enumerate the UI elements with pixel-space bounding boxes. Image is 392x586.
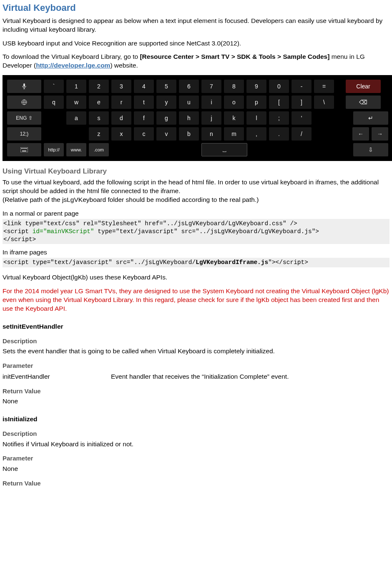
object-note: Virtual Keyboard Object(lgKb) uses these… [3, 273, 389, 282]
key-8: 8 [224, 80, 244, 93]
key-j: j [201, 111, 221, 125]
key-lang-shift: ENG ⇧ [7, 111, 41, 125]
intro-paragraph-1: Virtual Keyboard is designed to appear a… [3, 17, 389, 34]
intro-paragraph-3: To download the Virtual Keyboard Library… [3, 53, 389, 70]
key-backspace: ⌫ [346, 96, 381, 109]
code1-label: In a normal or parent page [3, 209, 389, 218]
key-d: d [111, 111, 131, 125]
isinitialized-param: None [3, 465, 389, 473]
key-o: o [224, 96, 244, 109]
key-z: z [89, 127, 109, 141]
code1-line3: </script> [3, 236, 36, 243]
key-www: www. [66, 143, 86, 156]
code1-line2a: <script [3, 228, 33, 235]
svg-rect-6 [25, 148, 26, 149]
key-t: t [134, 96, 154, 109]
param-name: initEventHandler [3, 372, 111, 381]
key-backslash: \ [314, 96, 334, 109]
key-6: 6 [179, 80, 199, 93]
key-x: x [111, 127, 131, 141]
key-1: 1 [66, 80, 86, 93]
key-w: w [66, 96, 86, 109]
key-i: i [201, 96, 221, 109]
intro-3-path: [Resource Center > Smart TV > SDK & Tool… [140, 53, 329, 60]
setinit-description: Sets the event handler that is going to … [3, 347, 389, 356]
code2-b: LgVKeyboardIframe.js [196, 259, 268, 266]
page-title: Virtual Keyboard [3, 2, 389, 14]
api-isinitialized-heading: isInitialized [3, 415, 389, 424]
key-b: b [179, 127, 199, 141]
key-h: h [179, 111, 199, 125]
key-backtick: ` [44, 80, 64, 93]
mic-icon [7, 80, 41, 93]
intro-3-suffix: ) website. [110, 62, 138, 69]
code1-line2c: type="text/javascript" src="../jsLgVKeyb… [94, 228, 319, 235]
isinitialized-description: Notifies if Virtual Keyboard is initiali… [3, 440, 389, 449]
key-period: . [269, 127, 289, 141]
key-4: 4 [134, 80, 154, 93]
parameter-label: Parameter [3, 454, 389, 463]
key-9: 9 [246, 80, 266, 93]
gap [337, 96, 343, 109]
key-0: 0 [269, 80, 289, 93]
key-r: r [111, 96, 131, 109]
key-k: k [224, 111, 244, 125]
svg-rect-4 [23, 148, 23, 149]
developer-link[interactable]: http://developer.lge.com [36, 62, 110, 69]
key-u: u [179, 96, 199, 109]
key-clear: Clear [346, 80, 381, 93]
using-p1-line1: To use the virtual keyboard, add the fol… [3, 179, 379, 194]
return-value-label: Return Value [3, 479, 389, 488]
key-m: m [224, 127, 244, 141]
using-paragraph: To use the virtual keyboard, add the fol… [3, 178, 389, 204]
code-block-normal-page: <link type="text/css" rel="Stylesheet" h… [3, 219, 389, 244]
svg-rect-5 [24, 148, 25, 149]
globe-icon [7, 96, 41, 109]
intro-paragraph-2: USB keyboard input and Voice Recognition… [3, 39, 389, 48]
key-3: 3 [111, 80, 131, 93]
key-g: g [156, 111, 176, 125]
code2-a: <script type="text/javascript" src="../j… [3, 259, 196, 266]
intro-3-prefix: To download the Virtual Keyboard Library… [3, 53, 140, 60]
key-http: http:// [44, 143, 64, 156]
key-bracket-open: [ [269, 96, 289, 109]
key-n: n [201, 127, 221, 141]
svg-rect-2 [20, 147, 28, 152]
key-y: y [156, 96, 176, 109]
using-library-heading: Using Virtual Keyboard Library [3, 167, 389, 176]
key-comma: , [246, 127, 266, 141]
gap [337, 80, 343, 93]
description-label: Description [3, 430, 389, 438]
param-desc: Event handler that receives the “Initial… [111, 372, 289, 381]
param-row: initEventHandler Event handler that rece… [3, 372, 389, 381]
red-warning-note: For the 2014 model year LG Smart TVs, th… [3, 287, 389, 313]
code2-label: In iframe pages [3, 248, 389, 257]
key-equals: = [314, 80, 334, 93]
svg-rect-3 [21, 148, 22, 149]
key-a: a [66, 111, 86, 125]
key-slash: / [291, 127, 312, 141]
code1-line2b: id="mainVKScript" [33, 228, 94, 235]
key-l: l [246, 111, 266, 125]
description-label: Description [3, 337, 389, 345]
key-space: ⎵ [201, 143, 247, 156]
svg-rect-8 [22, 151, 26, 151]
key-arrow-left: ← [352, 127, 369, 141]
key-symbols: 12;) [7, 127, 41, 141]
api-setiniteventhandler-heading: setInitEventHandler [3, 322, 389, 331]
keyboard-icon [7, 143, 41, 156]
code-block-iframe: <script type="text/javascript" src="../j… [3, 258, 389, 267]
code2-c: "></script> [268, 259, 308, 266]
key-quote: ' [291, 111, 312, 125]
key-c: c [134, 127, 154, 141]
key-q: q [44, 96, 64, 109]
svg-rect-0 [23, 83, 25, 87]
return-value-label: Return Value [3, 387, 389, 395]
using-p1-line2: (Relative path of the jsLgVKeyboard fold… [3, 196, 259, 203]
key-p: p [246, 96, 266, 109]
parameter-label: Parameter [3, 362, 389, 370]
key-f: f [134, 111, 154, 125]
key-2: 2 [89, 80, 109, 93]
key-7: 7 [201, 80, 221, 93]
setinit-return: None [3, 397, 389, 406]
